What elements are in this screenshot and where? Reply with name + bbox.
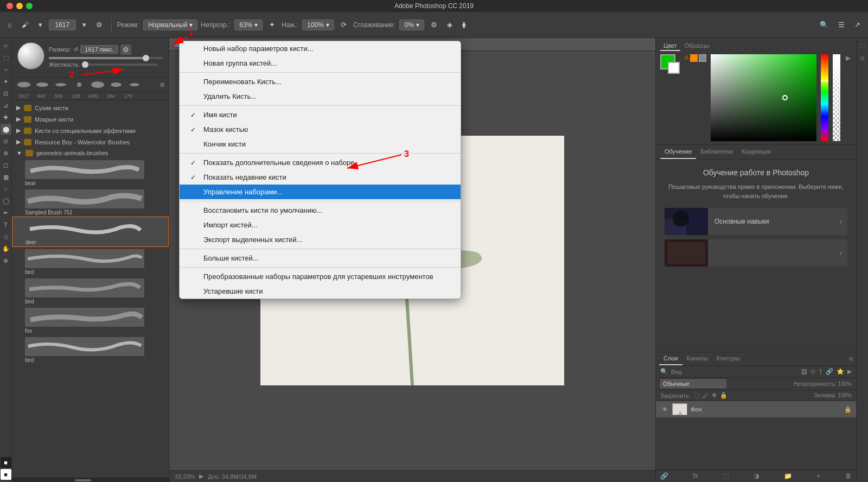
hardness-slider-track[interactable] (82, 64, 158, 66)
brush-group-dry-header[interactable]: ▶ Сухие кисти (12, 103, 169, 113)
brush-list-scrollbar[interactable] (75, 479, 91, 481)
size-dropdown[interactable]: ▾ (79, 18, 90, 31)
search-button[interactable]: 🔍 (816, 18, 832, 31)
brush-num-icon-7[interactable] (127, 80, 142, 90)
fg-bg-colors[interactable] (660, 54, 680, 74)
tool-eraser[interactable]: ◻ (1, 160, 11, 170)
brush-num-icon-4[interactable] (72, 80, 87, 90)
web-safe-color[interactable] (699, 54, 706, 62)
brush-item-bird2[interactable]: bird (12, 276, 169, 306)
smoothing-dropdown[interactable]: 0% ▾ (399, 20, 424, 30)
tool-eyedropper[interactable]: ⊿ (1, 100, 11, 111)
minimize-button[interactable] (16, 3, 23, 9)
brush-settings-btn[interactable]: ⚙ (93, 18, 106, 31)
share-button[interactable]: ↗ (851, 18, 864, 31)
brush-group-wet-header[interactable]: ▶ Мокрые кисти (12, 114, 169, 124)
smoothing-settings-button[interactable]: ⚙ (427, 18, 441, 31)
brush-item-fox[interactable]: fox (12, 306, 169, 335)
tool-brush[interactable]: ⬤ (1, 124, 11, 135)
color-expand[interactable]: ▶ (845, 54, 852, 62)
workspace-button[interactable]: ☰ (835, 18, 848, 31)
menu-item-больше_кистей...[interactable]: Больше кистей... (180, 251, 461, 265)
tool-move[interactable]: ⊹ (1, 40, 11, 51)
size-slider-thumb[interactable] (143, 55, 149, 61)
layers-icon-1[interactable]: 🖼 (801, 369, 807, 375)
menu-item-переименовать_кисть.[interactable]: Переименовать Кисть... (180, 74, 461, 89)
menu-item-импорт_кистей...[interactable]: Импорт кистей... (180, 218, 461, 232)
maximize-button[interactable] (26, 3, 33, 9)
tab-layers[interactable]: Слои (659, 352, 682, 365)
layers-icon-4[interactable]: 🔗 (826, 368, 833, 375)
menu-item-показать_дополнитель[interactable]: Показать дополнительные сведения о набор… (180, 155, 461, 170)
tab-correction[interactable]: Коррекция (737, 145, 775, 159)
menu-item-преобразованные_набо[interactable]: Преобразованные наборы параметров для ус… (180, 269, 461, 284)
tool-shape[interactable]: ◇ (1, 231, 11, 242)
tool-pen[interactable]: ✒ (1, 207, 11, 218)
layers-icon-2[interactable]: ⊙ (810, 368, 815, 375)
layers-panel-menu[interactable]: ≡ (849, 352, 853, 365)
menu-item-устаревшие_кисти[interactable]: Устаревшие кисти (180, 284, 461, 299)
brush-settings-gear[interactable]: ⚙ (120, 45, 131, 55)
layers-expand-icon[interactable]: ▶ (847, 368, 852, 375)
blend-mode-dropdown[interactable]: Обычные (660, 379, 726, 388)
color-hue-strip[interactable] (821, 54, 828, 141)
menu-item-восстановить_кисти_п[interactable]: Восстановить кисти по умолчанию... (180, 203, 461, 218)
brush-num-icon-1[interactable] (16, 80, 31, 90)
tool-history[interactable]: ⊛ (1, 148, 11, 158)
rp-icon-1[interactable]: ⬚ (858, 40, 867, 50)
menu-item-удалить_кисть...[interactable]: Удалить Кисть... (180, 89, 461, 104)
menu-item-имя_кисти[interactable]: Имя кисти (180, 107, 461, 122)
layers-icon-3[interactable]: T (819, 369, 822, 375)
brush-group-special-header[interactable]: ▶ Кисти со специальными эффектами (12, 125, 169, 136)
brush-item-deer[interactable]: deer (12, 217, 169, 247)
tablet-button[interactable]: ◈ (444, 18, 456, 31)
tab-swatches[interactable]: Образцы (681, 41, 713, 51)
brush-size-input[interactable]: 1617 (49, 20, 76, 30)
tool-text[interactable]: T (1, 219, 11, 230)
size-slider-track[interactable] (49, 57, 163, 59)
tool-hand[interactable]: ✋ (1, 243, 11, 254)
symmetry-button[interactable]: ⧫ (459, 18, 469, 31)
tool-dropdown[interactable]: ▾ (35, 18, 46, 31)
brush-num-icon-6[interactable] (108, 80, 124, 90)
brush-item-bear[interactable]: bear (12, 158, 169, 187)
tab-channels[interactable]: Каналы (682, 352, 712, 365)
background-color-swatch[interactable] (668, 62, 680, 74)
tool-blur[interactable]: ○ (1, 183, 11, 194)
tool-gradient[interactable]: ▦ (1, 172, 11, 182)
brush-list-menu[interactable]: ≡ (160, 80, 164, 89)
delete-layer-icon[interactable]: 🗑 (845, 472, 852, 480)
tool-select[interactable]: ⬚ (1, 52, 11, 63)
brush-group-animals-header[interactable]: ▼ geometric-animals-brushes (12, 148, 169, 158)
lock-icon-2[interactable]: 🖊 (703, 392, 709, 399)
lock-icon-3[interactable]: ✥ (712, 392, 717, 399)
layer-visibility-icon[interactable]: 👁 (660, 405, 669, 414)
menu-item-новая_группа_кистей.[interactable]: Новая группа кистей... (180, 56, 461, 71)
menu-item-мазок_кистью[interactable]: Мазок кистью (180, 122, 461, 137)
rp-icon-2[interactable]: ⊙ (858, 53, 867, 63)
tool-lasso[interactable]: ∽ (1, 64, 11, 75)
layer-effects-icon[interactable]: fx (693, 472, 698, 480)
menu-item-новый_набор_параметр[interactable]: Новый набор параметров кисти... (180, 41, 461, 56)
brush-item-sampled[interactable]: Sampled Brush 751 (12, 187, 169, 217)
learn-card-main[interactable]: Основные навыки › (665, 208, 847, 235)
brush-num-icon-5[interactable] (90, 80, 105, 90)
tab-color[interactable]: Цвет (660, 41, 680, 51)
color-alpha-strip[interactable] (833, 54, 840, 141)
foreground-color[interactable]: ■ (1, 457, 11, 468)
close-button[interactable] (7, 3, 13, 9)
menu-item-показать_недавние_ки[interactable]: Показать недавние кисти (180, 170, 461, 185)
tool-healing[interactable]: ✚ (1, 112, 11, 123)
tool-dodge[interactable]: ◯ (1, 195, 11, 206)
tool-zoom[interactable]: ⊕ (1, 255, 11, 266)
tool-clone[interactable]: ⊙ (1, 136, 11, 147)
mode-dropdown[interactable]: Нормальный ▾ (143, 20, 197, 30)
link-layers-icon[interactable]: 🔗 (660, 472, 668, 480)
flow-dropdown[interactable]: 100% ▾ (302, 20, 334, 30)
home-button[interactable]: ⌂ (4, 18, 15, 31)
out-of-gamut-color[interactable] (690, 54, 698, 62)
new-layer-icon[interactable]: + (816, 472, 820, 480)
lock-icon-1[interactable]: ⬚ (694, 392, 699, 399)
layer-item-background[interactable]: 👁 Фон 🔒 (656, 401, 856, 417)
size-reset-icon[interactable]: ↺ (73, 46, 78, 53)
